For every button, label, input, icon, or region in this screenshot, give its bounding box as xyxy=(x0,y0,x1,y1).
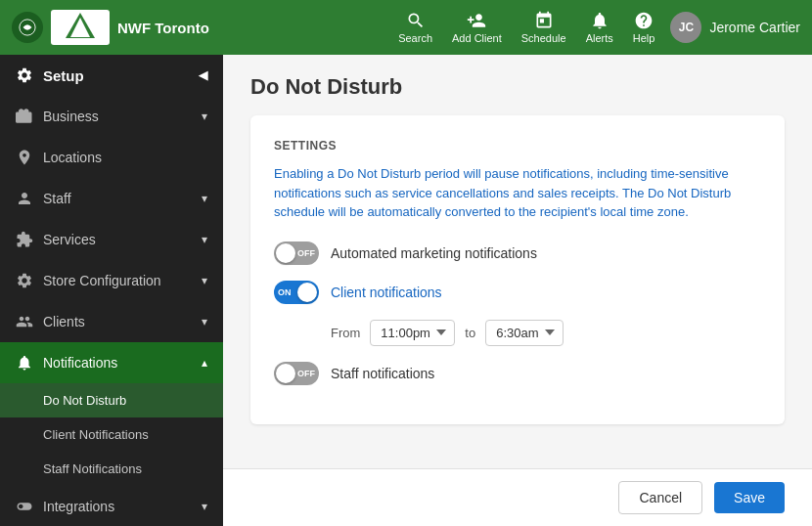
business-chevron: ▾ xyxy=(202,110,207,123)
alerts-nav-item[interactable]: Alerts xyxy=(586,11,613,44)
marketing-toggle-slider: OFF xyxy=(274,241,319,265)
company-logo xyxy=(51,10,110,45)
sidebar-item-notifications[interactable]: Notifications ▴ xyxy=(0,342,223,383)
search-label: Search xyxy=(398,32,432,44)
staff-toggle[interactable]: OFF xyxy=(274,362,319,385)
from-time-select[interactable]: 11:00pm 11:30pm 10:30pm xyxy=(370,320,455,346)
settings-description: Enabling a Do Not Disturb period will pa… xyxy=(274,164,761,222)
logo-area[interactable]: NWF Toronto xyxy=(12,10,209,45)
marketing-toggle-text: OFF xyxy=(297,248,315,258)
page-title: Do Not Disturb xyxy=(250,74,785,100)
app-icon xyxy=(12,12,43,43)
integrations-chevron: ▾ xyxy=(202,500,207,513)
sidebar-item-services-label: Services xyxy=(43,232,96,247)
sidebar-item-business-label: Business xyxy=(43,109,99,124)
sidebar-item-staff-label: Staff xyxy=(43,191,71,206)
main-layout: Setup ◀ Business ▾ Locations Staff ▾ Ser… xyxy=(0,55,812,526)
sidebar-item-integrations-label: Integrations xyxy=(43,499,114,514)
company-name: NWF Toronto xyxy=(117,20,209,36)
setup-label: Setup xyxy=(43,67,84,84)
notifications-chevron: ▴ xyxy=(202,356,207,370)
sidebar-item-store-config[interactable]: Store Configuration ▾ xyxy=(0,260,223,301)
settings-card: SETTINGS Enabling a Do Not Disturb perio… xyxy=(250,115,785,424)
services-chevron: ▾ xyxy=(202,233,207,246)
add-client-label: Add Client xyxy=(452,32,502,44)
marketing-toggle-label: Automated marketing notifications xyxy=(331,245,537,261)
content-footer: Cancel Save xyxy=(223,468,812,526)
user-menu[interactable]: JC Jerome Cartier xyxy=(670,12,800,43)
to-time-select[interactable]: 6:30am 6:00am 7:00am xyxy=(485,320,564,346)
staff-toggle-row: OFF Staff notifications xyxy=(274,362,761,385)
from-label: From xyxy=(331,326,360,340)
clients-chevron: ▾ xyxy=(202,315,207,329)
sidebar-sub-do-not-disturb[interactable]: Do Not Disturb xyxy=(0,383,223,417)
client-toggle-row: ON Client notifications xyxy=(274,281,761,304)
sidebar-item-clients[interactable]: Clients ▾ xyxy=(0,301,223,342)
sidebar-item-store-config-label: Store Configuration xyxy=(43,273,161,288)
client-toggle-knob xyxy=(297,283,317,302)
staff-chevron: ▾ xyxy=(202,192,207,205)
staff-toggle-slider: OFF xyxy=(274,362,319,385)
main-content: Do Not Disturb SETTINGS Enabling a Do No… xyxy=(223,55,812,526)
sidebar-item-setup[interactable]: Setup ◀ xyxy=(0,55,223,96)
staff-toggle-label: Staff notifications xyxy=(331,366,434,381)
schedule-nav-item[interactable]: Schedule xyxy=(521,11,566,44)
client-toggle-label: Client notifications xyxy=(331,285,442,300)
staff-toggle-text: OFF xyxy=(297,369,315,378)
sidebar-sub-staff-notifications[interactable]: Staff Notifications xyxy=(0,452,223,486)
alerts-label: Alerts xyxy=(586,32,613,44)
content-body: SETTINGS Enabling a Do Not Disturb perio… xyxy=(223,115,812,468)
search-nav-item[interactable]: Search xyxy=(398,11,432,44)
sidebar-item-integrations[interactable]: Integrations ▾ xyxy=(0,486,223,526)
save-button[interactable]: Save xyxy=(714,482,785,513)
marketing-toggle[interactable]: OFF xyxy=(274,241,319,265)
staff-notifications-label: Staff Notifications xyxy=(43,461,142,476)
sidebar-item-notifications-label: Notifications xyxy=(43,355,117,371)
client-toggle-slider: ON xyxy=(274,281,319,304)
user-name: Jerome Cartier xyxy=(709,20,800,35)
staff-toggle-knob xyxy=(276,364,295,383)
top-navigation: NWF Toronto Search Add Client Schedule A… xyxy=(0,0,812,55)
help-label: Help xyxy=(633,32,655,44)
help-nav-item[interactable]: Help xyxy=(633,11,655,44)
add-client-nav-item[interactable]: Add Client xyxy=(452,11,502,44)
sidebar: Setup ◀ Business ▾ Locations Staff ▾ Ser… xyxy=(0,55,223,526)
store-config-chevron: ▾ xyxy=(202,274,207,287)
client-toggle-text: ON xyxy=(278,287,292,297)
to-label: to xyxy=(465,326,475,340)
user-avatar: JC xyxy=(670,12,701,43)
client-toggle[interactable]: ON xyxy=(274,281,319,304)
setup-chevron: ◀ xyxy=(199,68,207,82)
content-header: Do Not Disturb xyxy=(223,55,812,115)
sidebar-sub-client-notifications[interactable]: Client Notifications xyxy=(0,417,223,452)
sidebar-item-locations[interactable]: Locations xyxy=(0,137,223,178)
settings-section-title: SETTINGS xyxy=(274,139,761,153)
schedule-label: Schedule xyxy=(521,32,566,44)
sidebar-item-services[interactable]: Services ▾ xyxy=(0,219,223,260)
sidebar-item-clients-label: Clients xyxy=(43,314,85,329)
do-not-disturb-label: Do Not Disturb xyxy=(43,393,126,408)
cancel-button[interactable]: Cancel xyxy=(618,481,702,514)
time-picker-row: From 11:00pm 11:30pm 10:30pm to 6:30am 6… xyxy=(331,320,761,346)
marketing-toggle-knob xyxy=(276,243,295,263)
marketing-toggle-row: OFF Automated marketing notifications xyxy=(274,241,761,265)
nav-actions: Search Add Client Schedule Alerts Help xyxy=(398,11,654,44)
client-notifications-label: Client Notifications xyxy=(43,427,149,442)
sidebar-item-business[interactable]: Business ▾ xyxy=(0,96,223,137)
sidebar-item-staff[interactable]: Staff ▾ xyxy=(0,178,223,219)
sidebar-item-locations-label: Locations xyxy=(43,150,102,165)
